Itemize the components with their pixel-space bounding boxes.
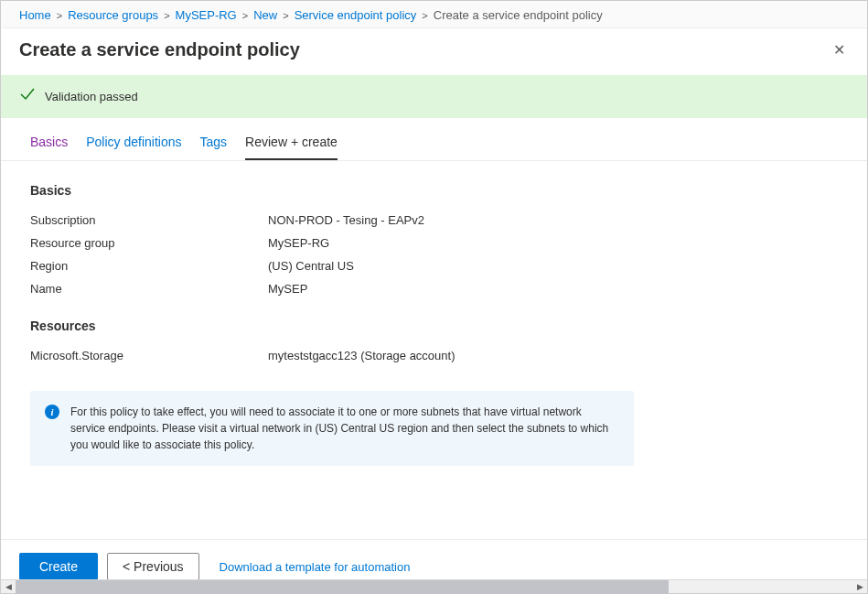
row-subscription: Subscription NON-PROD - Tesing - EAPv2 <box>30 209 838 232</box>
value-resource-group: MySEP-RG <box>268 236 329 250</box>
chevron-right-icon: > <box>242 10 248 21</box>
info-box: i For this policy to take effect, you wi… <box>30 391 634 466</box>
label-name: Name <box>30 282 268 296</box>
breadcrumb-new[interactable]: New <box>253 8 277 22</box>
page-title: Create a service endpoint policy <box>19 39 300 60</box>
value-subscription: NON-PROD - Tesing - EAPv2 <box>268 213 424 227</box>
chevron-right-icon: > <box>283 10 288 21</box>
horizontal-scrollbar[interactable]: ◀ ▶ <box>1 579 867 593</box>
chevron-right-icon: > <box>422 10 427 21</box>
breadcrumb-service-endpoint-policy[interactable]: Service endpoint policy <box>295 8 417 22</box>
scrollbar-thumb[interactable] <box>16 580 669 594</box>
value-name: MySEP <box>268 282 307 296</box>
tab-tags[interactable]: Tags <box>200 135 228 160</box>
label-resource-group: Resource group <box>30 236 268 250</box>
row-resource-group: Resource group MySEP-RG <box>30 232 838 254</box>
content-area: Basics Subscription NON-PROD - Tesing - … <box>1 161 867 539</box>
download-template-link[interactable]: Download a template for automation <box>220 560 411 574</box>
checkmark-icon <box>19 86 36 107</box>
validation-bar: Validation passed <box>1 75 867 118</box>
label-subscription: Subscription <box>30 213 268 227</box>
scroll-left-icon[interactable]: ◀ <box>1 580 16 594</box>
info-icon: i <box>45 405 59 419</box>
label-region: Region <box>30 259 268 273</box>
row-microsoft-storage: Microsoft.Storage myteststgacc123 (Stora… <box>30 344 838 367</box>
tab-policy-definitions[interactable]: Policy definitions <box>86 135 181 160</box>
row-region: Region (US) Central US <box>30 254 838 277</box>
breadcrumb-home[interactable]: Home <box>19 8 51 22</box>
tab-basics[interactable]: Basics <box>30 135 68 160</box>
chevron-right-icon: > <box>57 10 62 21</box>
close-icon[interactable]: ✕ <box>830 38 849 62</box>
row-name: Name MySEP <box>30 277 838 300</box>
value-region: (US) Central US <box>268 259 354 273</box>
info-text: For this policy to take effect, you will… <box>70 404 619 453</box>
section-title-resources: Resources <box>30 319 838 333</box>
breadcrumb-mysep-rg[interactable]: MySEP-RG <box>176 8 237 22</box>
scrollbar-track[interactable] <box>16 580 852 594</box>
section-title-basics: Basics <box>30 183 838 198</box>
value-microsoft-storage: myteststgacc123 (Storage account) <box>268 349 455 362</box>
page-header: Create a service endpoint policy ✕ <box>1 28 867 75</box>
create-button[interactable]: Create <box>19 553 98 580</box>
breadcrumb-current: Create a service endpoint policy <box>434 8 603 22</box>
chevron-right-icon: > <box>164 10 169 21</box>
tabs: Basics Policy definitions Tags Review + … <box>1 118 867 161</box>
breadcrumb-resource-groups[interactable]: Resource groups <box>68 8 158 22</box>
validation-text: Validation passed <box>45 90 138 103</box>
label-microsoft-storage: Microsoft.Storage <box>30 349 268 362</box>
scroll-right-icon[interactable]: ▶ <box>852 580 867 594</box>
breadcrumb: Home > Resource groups > MySEP-RG > New … <box>1 1 867 28</box>
tab-review-create[interactable]: Review + create <box>245 135 338 160</box>
previous-button[interactable]: < Previous <box>107 553 199 580</box>
